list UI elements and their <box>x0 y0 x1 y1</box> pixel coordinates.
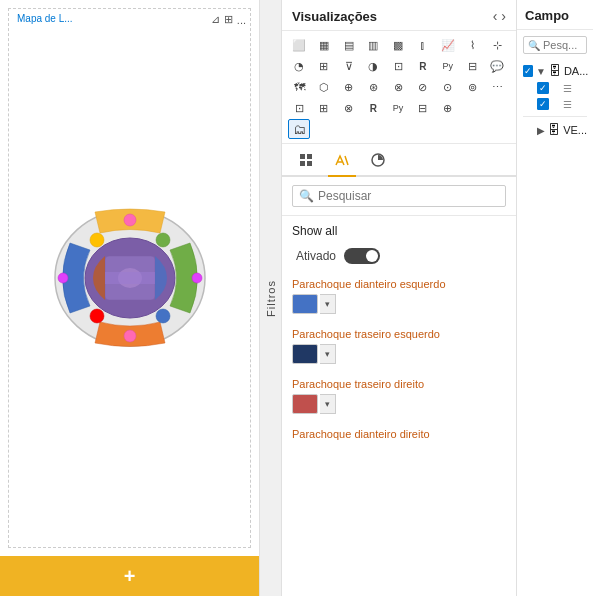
tab-format[interactable] <box>328 148 356 177</box>
tree-sub-item-1[interactable]: ✓ ☰ <box>537 80 587 96</box>
color-swatch-pte[interactable] <box>292 344 318 364</box>
svg-rect-14 <box>307 154 312 159</box>
viz-icon-gauge[interactable]: ◑ <box>362 56 384 76</box>
viz-icon-custom13[interactable]: ⊟ <box>412 98 434 118</box>
toggle-label: Ativado <box>296 249 336 263</box>
show-all-label: Show all <box>292 224 337 238</box>
resize-icon[interactable]: ⊞ <box>224 13 233 26</box>
viz-icon-kpi[interactable]: ⊡ <box>387 56 409 76</box>
color-dropdown-ptd[interactable]: ▾ <box>320 394 336 414</box>
viz-icon-shape[interactable]: ⬡ <box>313 77 335 97</box>
color-dropdown-pde[interactable]: ▾ <box>320 294 336 314</box>
viz-icon-custom9[interactable]: ⊞ <box>313 98 335 118</box>
viz-icon-empty2 <box>338 119 360 139</box>
map-container: Mapa de L... ⊿ ⊞ ... <box>8 8 251 548</box>
viz-icon-custom11[interactable]: R <box>362 98 384 118</box>
viz-icon-treemap[interactable]: ⊞ <box>313 56 335 76</box>
svg-rect-15 <box>300 161 305 166</box>
tree-arrow-DA: ▼ <box>536 66 546 77</box>
tree-item-DA[interactable]: ✓ ▼ 🗄 DA... <box>523 62 587 80</box>
viz-icon-layers[interactable]: 🗂 <box>288 119 310 139</box>
viz-icon-scatter[interactable]: ⊹ <box>486 35 508 55</box>
viz-icon-custom4[interactable]: ⊘ <box>412 77 434 97</box>
viz-icon-custom8[interactable]: ⊡ <box>288 98 310 118</box>
color-swatch-row-pte: ▾ <box>292 344 506 364</box>
svg-rect-12 <box>105 272 155 284</box>
viz-icon-custom15[interactable] <box>461 98 483 118</box>
tree-check-sub1: ✓ <box>537 82 549 94</box>
svg-rect-16 <box>307 161 312 166</box>
color-option-pdd: Parachoque dianteiro direito <box>292 428 506 440</box>
left-panel: Mapa de L... ⊿ ⊞ ... <box>0 0 260 596</box>
color-swatch-ptd[interactable] <box>292 394 318 414</box>
viz-icon-custom3[interactable]: ⊗ <box>387 77 409 97</box>
color-swatch-pde[interactable] <box>292 294 318 314</box>
color-label-pte: Parachoque traseiro esquerdo <box>292 328 506 340</box>
tree-sub-DA: ✓ ☰ ✓ ☰ <box>523 80 587 112</box>
viz-icon-Py[interactable]: Py <box>437 56 459 76</box>
tree-label-DA: DA... <box>564 65 588 77</box>
viz-icon-area[interactable]: ⌇ <box>461 35 483 55</box>
color-option-ptd: Parachoque traseiro direito ▾ <box>292 378 506 414</box>
viz-icon-custom7[interactable]: ⋯ <box>486 77 508 97</box>
viz-icon-custom10[interactable]: ⊗ <box>338 98 360 118</box>
tree-item-VE[interactable]: ▶ 🗄 VE... <box>523 121 587 139</box>
viz-icon-textbox[interactable]: ⊟ <box>461 56 483 76</box>
tree-check-sub2: ✓ <box>537 98 549 110</box>
tree-sub-item-2[interactable]: ✓ ☰ <box>537 96 587 112</box>
viz-icon-R[interactable]: R <box>412 56 434 76</box>
map-toolbar: ⊿ ⊞ ... <box>211 13 246 26</box>
viz-icon-map[interactable]: 🗺 <box>288 77 310 97</box>
viz-icon-clustered-bar[interactable]: ⫿ <box>412 35 434 55</box>
tab-fields[interactable] <box>292 148 320 177</box>
viz-icon-stacked-bar[interactable]: ▩ <box>387 35 409 55</box>
color-dropdown-pte[interactable]: ▾ <box>320 344 336 364</box>
tab-analytics[interactable] <box>364 148 392 177</box>
color-swatch-row-pde: ▾ <box>292 294 506 314</box>
more-icon[interactable]: ... <box>237 14 246 26</box>
viz-icon-matrix[interactable]: ▦ <box>313 35 335 55</box>
filter-icon[interactable]: ⊿ <box>211 13 220 26</box>
viz-icons-grid: ⬜ ▦ ▤ ▥ ▩ ⫿ 📈 ⌇ ⊹ ◔ ⊞ ⊽ ◑ ⊡ R Py ⊟ 💬 🗺 ⬡… <box>282 31 516 144</box>
viz-icon-custom5[interactable]: ⊙ <box>437 77 459 97</box>
svg-point-7 <box>156 309 170 323</box>
viz-icon-pie[interactable]: ◔ <box>288 56 310 76</box>
viz-search-input[interactable] <box>318 189 499 203</box>
viz-icon-line[interactable]: 📈 <box>437 35 459 55</box>
visualizacoes-panel: Visualizações ‹ › ⬜ ▦ ▤ ▥ ▩ ⫿ 📈 ⌇ ⊹ ◔ ⊞ … <box>282 0 517 596</box>
tree-divider <box>523 116 587 117</box>
viz-icon-custom12[interactable]: Py <box>387 98 409 118</box>
svg-line-18 <box>345 156 348 165</box>
viz-icon-empty3 <box>362 119 384 139</box>
tree-label-VE: VE... <box>563 124 587 136</box>
campo-search-input[interactable] <box>543 39 582 51</box>
viz-icon-table[interactable]: ⬜ <box>288 35 310 55</box>
viz-search-row: 🔍 <box>282 177 516 216</box>
viz-icon-custom2[interactable]: ⊛ <box>362 77 384 97</box>
viz-icon-funnel[interactable]: ⊽ <box>338 56 360 76</box>
viz-next-arrow[interactable]: › <box>501 8 506 24</box>
viz-icon-custom14[interactable]: ⊕ <box>437 98 459 118</box>
viz-icon-custom6[interactable]: ⊚ <box>461 77 483 97</box>
ativado-toggle[interactable] <box>344 248 380 264</box>
viz-icon-card[interactable]: ▤ <box>338 35 360 55</box>
viz-icon-bar[interactable]: ▥ <box>362 35 384 55</box>
tree-icon-VE: 🗄 <box>548 123 560 137</box>
viz-icon-empty7 <box>461 119 483 139</box>
viz-icon-empty5 <box>412 119 434 139</box>
color-option-pte: Parachoque traseiro esquerdo ▾ <box>292 328 506 364</box>
viz-icon-custom16[interactable] <box>486 98 508 118</box>
color-label-pde: Parachoque dianteiro esquerdo <box>292 278 506 290</box>
svg-point-4 <box>90 233 104 247</box>
campo-title: Campo <box>517 0 593 30</box>
campo-panel: Campo 🔍 ✓ ▼ 🗄 DA... ✓ ☰ ✓ ☰ <box>517 0 593 596</box>
viz-prev-arrow[interactable]: ‹ <box>493 8 498 24</box>
viz-icon-speech[interactable]: 💬 <box>486 56 508 76</box>
svg-point-11 <box>192 273 202 283</box>
tree-check-DA: ✓ <box>523 65 533 77</box>
campo-search: 🔍 <box>523 36 587 54</box>
viz-icon-empty6 <box>437 119 459 139</box>
stadium-map <box>45 198 215 358</box>
viz-icon-custom1[interactable]: ⊕ <box>338 77 360 97</box>
add-button[interactable]: + <box>0 556 259 596</box>
